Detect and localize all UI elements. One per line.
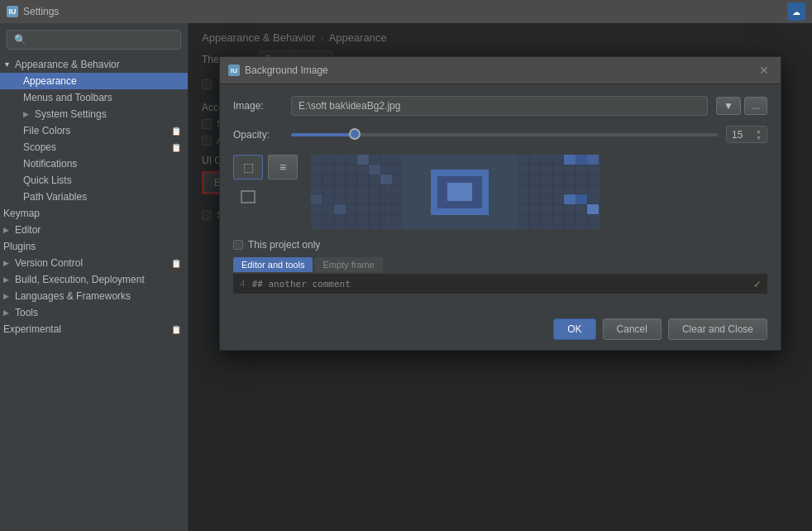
window-title: Settings [23, 6, 59, 17]
expand-arrow: ▶ [23, 110, 31, 118]
sidebar-item-editor[interactable]: ▶ Editor [0, 222, 188, 238]
cancel-button[interactable]: Cancel [603, 318, 662, 340]
pos-center-btn[interactable]: ≡ [268, 155, 298, 179]
preview-center [402, 155, 518, 229]
opacity-row: Opacity: 15 ▲ ▼ [233, 126, 767, 143]
svg-rect-35 [564, 155, 576, 165]
dialog-app-icon: IU [228, 65, 240, 76]
preview-inner-square [447, 183, 472, 201]
sidebar-item-menus-toolbars[interactable]: Menus and Toolbars [0, 89, 188, 106]
sidebar-item-appearance-behavior[interactable]: ▼ Appearance & Behavior [0, 56, 188, 73]
svg-rect-18 [380, 175, 392, 184]
check-icon: ✓ [754, 277, 761, 290]
svg-rect-21 [518, 155, 600, 229]
position-row-1: ⬚ ≡ [233, 155, 298, 179]
svg-rect-40 [587, 204, 599, 214]
sidebar: 🔍 ▼ Appearance & Behavior Appearance Men… [0, 23, 189, 531]
svg-rect-37 [587, 155, 599, 165]
ok-button[interactable]: OK [553, 318, 595, 340]
sidebar-item-languages-frameworks[interactable]: ▶ Languages & Frameworks [0, 288, 188, 304]
position-preview-area: ⬚ ≡ [233, 155, 767, 229]
opacity-spinner[interactable]: ▲ ▼ [756, 128, 762, 141]
dialog-tabs: Editor and tools Empty frame [233, 257, 767, 272]
preview-right [518, 155, 600, 229]
modal-overlay: IU Background Image ✕ Image: E:\soft bak… [189, 23, 812, 531]
preview-left [311, 155, 402, 229]
code-preview-line: 4 ## another comment ✓ [233, 274, 767, 294]
svg-rect-39 [576, 194, 587, 204]
preview-blue-square [431, 170, 489, 215]
dialog-titlebar: IU Background Image ✕ [220, 57, 781, 84]
svg-rect-17 [369, 165, 380, 175]
opacity-slider[interactable] [291, 133, 718, 136]
expand-arrow: ▶ [3, 259, 12, 267]
expand-arrow: ▶ [3, 226, 12, 234]
slider-fill [291, 133, 355, 136]
sidebar-item-quick-lists[interactable]: Quick Lists [0, 172, 188, 189]
svg-rect-38 [564, 194, 576, 204]
slider-thumb[interactable] [349, 128, 361, 140]
svg-rect-0 [241, 191, 255, 203]
dialog-footer: OK Cancel Clear and Close [220, 312, 781, 350]
position-row-2 [233, 184, 298, 209]
vc-badge: 📋 [171, 259, 181, 268]
sidebar-item-system-settings[interactable]: ▶ System Settings [0, 106, 188, 122]
opacity-value-field[interactable]: 15 ▲ ▼ [726, 126, 767, 143]
content-area: Appearance & Behavior › Appearance Theme… [189, 23, 812, 531]
opacity-label: Opacity: [233, 129, 283, 141]
sidebar-item-path-variables[interactable]: Path Variables [0, 189, 188, 205]
scopes-badge: 📋 [171, 143, 181, 152]
expand-arrow: ▼ [3, 60, 12, 69]
preview-area [311, 155, 767, 229]
sidebar-item-appearance[interactable]: Appearance [0, 73, 188, 89]
svg-rect-19 [311, 194, 322, 204]
plugin-icon[interactable]: ☁ [787, 2, 805, 21]
sidebar-item-file-colors[interactable]: File Colors 📋 [0, 122, 188, 139]
title-bar: IU Settings ☁ [0, 0, 812, 23]
expand-arrow: ▶ [3, 292, 12, 300]
pos-left-center-btn[interactable]: ⬚ [233, 155, 263, 179]
sidebar-item-plugins[interactable]: Plugins [0, 238, 188, 255]
svg-rect-1 [311, 155, 402, 229]
svg-rect-16 [357, 155, 369, 165]
image-path-row: Image: E:\soft bak\ideaBg2.jpg ▼ ... [233, 96, 767, 116]
search-icon: 🔍 [14, 34, 26, 45]
code-content: ## another comment [252, 279, 351, 289]
app-icon: IU [7, 6, 18, 17]
expand-arrow: ▶ [3, 275, 12, 284]
sidebar-item-keymap[interactable]: Keymap [0, 205, 188, 222]
search-box[interactable]: 🔍 [7, 30, 181, 50]
pos-center-frame[interactable] [233, 184, 263, 209]
dialog-title: Background Image [245, 65, 751, 76]
project-only-checkbox[interactable] [233, 240, 243, 250]
sidebar-item-experimental[interactable]: Experimental 📋 [0, 321, 188, 337]
project-only-label: This project only [248, 239, 320, 251]
clear-close-button[interactable]: Clear and Close [668, 318, 767, 340]
browse-button[interactable]: ... [744, 97, 767, 115]
file-colors-badge: 📋 [171, 127, 181, 136]
sidebar-item-notifications[interactable]: Notifications [0, 155, 188, 172]
sidebar-item-version-control[interactable]: ▶ Version Control 📋 [0, 255, 188, 271]
tab-empty-frame[interactable]: Empty frame [314, 257, 382, 272]
project-only-row: This project only [233, 239, 767, 251]
image-label: Image: [233, 100, 283, 112]
sidebar-item-scopes[interactable]: Scopes 📋 [0, 139, 188, 155]
main-layout: 🔍 ▼ Appearance & Behavior Appearance Men… [0, 23, 812, 531]
exp-badge: 📋 [171, 325, 181, 334]
sidebar-item-build-exec-deploy[interactable]: ▶ Build, Execution, Deployment [0, 271, 188, 288]
position-controls: ⬚ ≡ [233, 155, 298, 209]
tab-editor-tools[interactable]: Editor and tools [233, 257, 313, 272]
svg-rect-36 [576, 155, 587, 165]
image-path-field[interactable]: E:\soft bak\ideaBg2.jpg [291, 96, 708, 116]
background-image-dialog: IU Background Image ✕ Image: E:\soft bak… [219, 56, 781, 351]
browse-dropdown[interactable]: ▼ [716, 97, 741, 115]
dialog-close-button[interactable]: ✕ [756, 62, 772, 79]
sidebar-item-tools[interactable]: ▶ Tools [0, 304, 188, 321]
dialog-body: Image: E:\soft bak\ideaBg2.jpg ▼ ... [220, 84, 781, 312]
expand-arrow: ▶ [3, 309, 12, 317]
line-number: 4 [240, 279, 246, 289]
svg-rect-20 [334, 204, 346, 214]
